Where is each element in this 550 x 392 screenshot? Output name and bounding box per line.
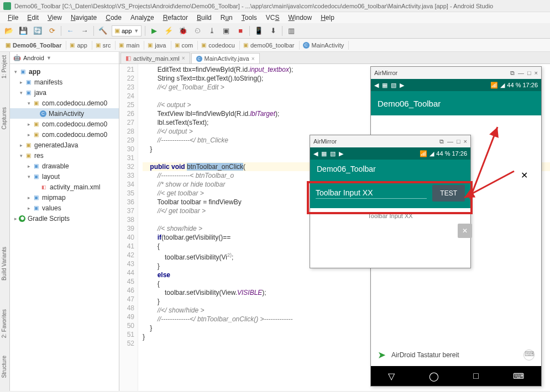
- coverage-icon[interactable]: ▣: [221, 25, 232, 36]
- close-overlay-icon[interactable]: ✕: [458, 224, 472, 238]
- tree-app[interactable]: ▾▣app: [10, 66, 119, 77]
- emulator-title: AirMirror: [313, 138, 337, 145]
- wifi-icon: 📶: [490, 82, 498, 89]
- close-icon[interactable]: ×: [252, 56, 255, 62]
- tab-mainactivity[interactable]: CMainActivity.java×: [191, 53, 260, 63]
- emulator-titlebar[interactable]: AirMirror ⧉ — □ ×: [310, 135, 470, 147]
- run-config-combo[interactable]: ▣ app ▼: [112, 25, 142, 36]
- close-overlay-icon[interactable]: ✕: [521, 170, 528, 181]
- menu-edit[interactable]: Edit: [23, 13, 43, 23]
- module-icon: ▣: [19, 68, 27, 76]
- apps-icon: ▦: [321, 150, 327, 157]
- tool-project[interactable]: 1: Project: [0, 52, 8, 82]
- attach-debugger-icon[interactable]: ⤓: [206, 25, 217, 36]
- tree-activity-main[interactable]: ◧activity_main.xml: [10, 182, 119, 192]
- menu-navigate[interactable]: Navigate: [66, 13, 101, 23]
- crumb-com[interactable]: ▣com: [171, 41, 198, 50]
- tree-pkg3[interactable]: ▸▣com.codedocu.demo0: [10, 129, 119, 140]
- toolbar-input-field[interactable]: Toolbar Input XX: [316, 188, 427, 199]
- crumb-main[interactable]: ▣main: [116, 41, 144, 50]
- folder-icon: ▣: [175, 42, 180, 48]
- stop-icon[interactable]: ■: [235, 25, 246, 36]
- nav-keyboard-icon[interactable]: ⌨: [513, 372, 524, 380]
- crumb-pkg[interactable]: ▣demo06_toolbar: [240, 41, 300, 50]
- tool-build-variants[interactable]: Build Variants: [0, 243, 8, 284]
- debug-icon[interactable]: 🐞: [177, 25, 188, 36]
- project-header[interactable]: 🤖 Android ▼: [10, 52, 119, 64]
- popout-icon[interactable]: ⧉: [439, 138, 444, 145]
- folder-icon: ▣: [70, 42, 75, 48]
- crumb-app[interactable]: ▣app: [66, 41, 92, 50]
- menu-vcs[interactable]: VCS: [261, 13, 284, 23]
- tree-gradle[interactable]: ▸⬢Gradle Scripts: [10, 213, 119, 224]
- folder-icon: ▣: [24, 152, 32, 160]
- build-icon[interactable]: 🔨: [97, 25, 108, 36]
- tree-layout[interactable]: ▾▣layout: [10, 171, 119, 182]
- folder-icon: ▣: [243, 42, 248, 48]
- emulator-titlebar[interactable]: AirMirror ⧉ — □ ×: [371, 67, 541, 79]
- tool-favorites[interactable]: 2: Favorites: [0, 306, 8, 341]
- window-titlebar: Demo06_Toolbar [C:\_Daten\Desktop\VS_Pro…: [0, 0, 550, 12]
- tree-mipmap[interactable]: ▸▣mipmap: [10, 192, 119, 203]
- open-icon[interactable]: 📂: [3, 25, 14, 36]
- menu-help[interactable]: Help: [316, 13, 339, 23]
- menu-refactor[interactable]: Refactor: [159, 13, 192, 23]
- dropdown-arrow-icon: ▼: [134, 28, 139, 34]
- crumb-java[interactable]: ▣java: [144, 41, 171, 50]
- close-icon[interactable]: ×: [182, 55, 185, 61]
- sdk-manager-icon[interactable]: ⬇: [268, 25, 279, 36]
- test-button[interactable]: TEST: [432, 185, 465, 202]
- tree-values[interactable]: ▸▣values: [10, 203, 119, 213]
- back-triangle-icon: ◀: [374, 82, 379, 89]
- tree-genjava[interactable]: ▸▣generatedJava: [10, 140, 119, 150]
- avd-manager-icon[interactable]: 📱: [253, 25, 264, 36]
- menu-view[interactable]: View: [43, 13, 66, 23]
- menu-file[interactable]: File: [3, 13, 23, 23]
- menu-build[interactable]: Build: [192, 13, 216, 23]
- signal-icon: ◢: [429, 150, 434, 157]
- package-icon: ▣: [32, 99, 40, 107]
- tree-res[interactable]: ▾▣res: [10, 150, 119, 161]
- device-navbar: ▽ ◯ □ ⌨: [371, 366, 541, 386]
- apply-changes-icon[interactable]: ⚡: [163, 25, 174, 36]
- tool-captures[interactable]: Captures: [0, 104, 8, 133]
- tree-java[interactable]: ▾▣java: [10, 87, 119, 98]
- tree-pkg1[interactable]: ▾▣com.codedocu.demo0: [10, 98, 119, 108]
- save-icon[interactable]: 💾: [18, 25, 29, 36]
- popout-icon[interactable]: ⧉: [510, 70, 515, 77]
- close-icon[interactable]: ×: [464, 138, 467, 145]
- minimize-icon[interactable]: —: [447, 138, 453, 145]
- crumb-project[interactable]: ▣Demo06_Toolbar: [2, 41, 66, 50]
- tool-structure[interactable]: Structure: [0, 352, 8, 382]
- tab-activity-main[interactable]: ◧activity_main.xml×: [121, 52, 190, 63]
- keyboard-icon[interactable]: ⌨: [523, 349, 535, 361]
- layout-inspector-icon[interactable]: ▥: [286, 25, 297, 36]
- tree-manifests[interactable]: ▸▣manifests: [10, 77, 119, 87]
- tree-mainactivity[interactable]: CMainActivity: [10, 108, 119, 119]
- tree-pkg2[interactable]: ▸▣com.codedocu.demo0: [10, 119, 119, 129]
- run-icon[interactable]: ▶: [149, 25, 160, 36]
- nav-recents-icon[interactable]: □: [473, 371, 479, 381]
- profile-icon[interactable]: ⏲: [192, 25, 203, 36]
- nav-back-icon[interactable]: ▽: [388, 371, 395, 382]
- crumb-codedocu[interactable]: ▣codedocu: [198, 41, 240, 50]
- minimize-icon[interactable]: —: [518, 70, 524, 77]
- menu-code[interactable]: Code: [101, 13, 126, 23]
- nav-home-icon[interactable]: ◯: [429, 371, 439, 382]
- back-icon[interactable]: ←: [65, 25, 76, 36]
- maximize-icon[interactable]: □: [457, 138, 460, 145]
- menu-tools[interactable]: Tools: [237, 13, 261, 23]
- tree-drawable[interactable]: ▸▣drawable: [10, 161, 119, 171]
- menu-analyze[interactable]: Analyze: [126, 13, 159, 23]
- close-icon[interactable]: ×: [535, 70, 538, 77]
- airdroid-banner[interactable]: ➤ AirDroid Tastatur bereit ⌨: [371, 344, 541, 366]
- menu-run[interactable]: Run: [216, 13, 237, 23]
- crumb-class[interactable]: CMainActivity: [300, 41, 349, 50]
- crumb-src[interactable]: ▣src: [92, 41, 116, 50]
- sync-icon[interactable]: 🔄: [32, 25, 43, 36]
- separator: [282, 26, 282, 36]
- maximize-icon[interactable]: □: [527, 70, 531, 77]
- forward-icon[interactable]: →: [79, 25, 90, 36]
- menu-window[interactable]: Window: [284, 13, 316, 23]
- refresh-icon[interactable]: ⟳: [46, 25, 57, 36]
